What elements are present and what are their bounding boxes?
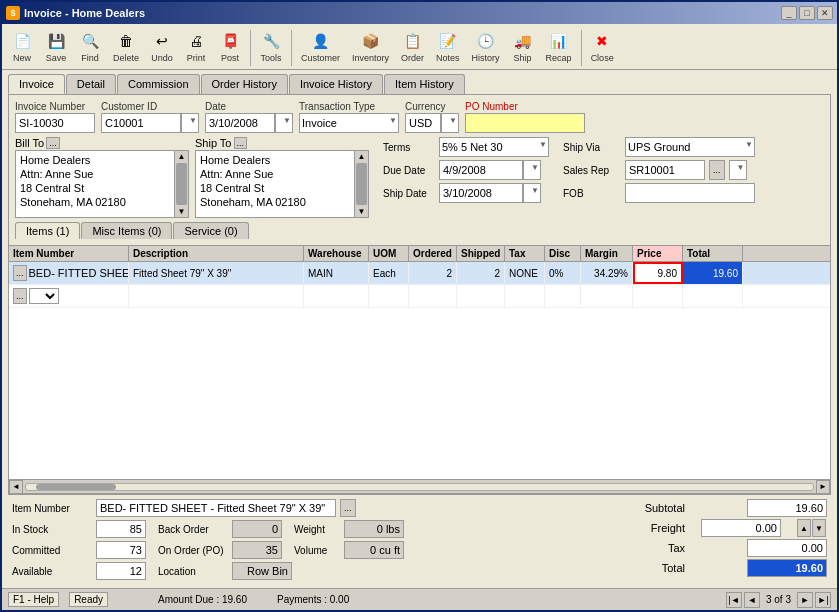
ship-to-scroll-down[interactable]: ▼ — [355, 206, 368, 217]
date-group: Date — [205, 101, 293, 133]
new-label: New — [13, 53, 31, 63]
minimize-button[interactable]: _ — [781, 6, 797, 20]
item-number-bottom-input[interactable] — [96, 499, 336, 517]
date-dropdown[interactable] — [275, 113, 293, 133]
tab-commission[interactable]: Commission — [117, 74, 200, 94]
customer-id-input[interactable] — [101, 113, 181, 133]
inventory-button[interactable]: 📦 Inventory — [347, 27, 394, 66]
print-button[interactable]: 🖨 Print — [180, 27, 212, 66]
close-toolbar-button[interactable]: ✖ Close — [586, 27, 619, 66]
ship-to-scroll-up[interactable]: ▲ — [355, 151, 368, 162]
col-disc: Disc — [545, 246, 581, 261]
grid-hscrollbar[interactable]: ◄ ► — [9, 479, 830, 493]
scroll-left-button[interactable]: ◄ — [9, 480, 23, 494]
history-button[interactable]: 🕒 History — [467, 27, 505, 66]
add-item-button[interactable]: ... — [13, 288, 27, 304]
tools-icon: 🔧 — [260, 30, 282, 52]
close-button[interactable]: ✕ — [817, 6, 833, 20]
on-order-input[interactable] — [232, 541, 282, 559]
delete-button[interactable]: 🗑 Delete — [108, 27, 144, 66]
location-input[interactable] — [232, 562, 292, 580]
new-button[interactable]: 📄 New — [6, 27, 38, 66]
terms-select[interactable]: 5% 5 Net 30 — [439, 137, 549, 157]
col-margin: Margin — [581, 246, 633, 261]
add-item-dropdown[interactable] — [29, 288, 59, 304]
main-window: $ Invoice - Home Dealers _ □ ✕ 📄 New 💾 S… — [0, 0, 839, 612]
bill-to-button[interactable]: ... — [46, 137, 60, 149]
tab-order-history[interactable]: Order History — [201, 74, 288, 94]
tab-invoice-history[interactable]: Invoice History — [289, 74, 383, 94]
committed-row: Committed On Order (PO) Volume — [12, 541, 607, 559]
volume-input[interactable] — [344, 541, 404, 559]
item-select-button[interactable]: ... — [13, 265, 27, 281]
sales-rep-button[interactable]: ... — [709, 160, 725, 180]
ship-button[interactable]: 🚚 Ship — [507, 27, 539, 66]
ship-date-dropdown[interactable] — [523, 183, 541, 203]
customer-button[interactable]: 👤 Customer — [296, 27, 345, 66]
ship-via-select[interactable]: UPS Ground — [625, 137, 755, 157]
nav-prev-button[interactable]: ◄ — [744, 592, 760, 608]
delete-label: Delete — [113, 53, 139, 63]
post-button[interactable]: 📮 Post — [214, 27, 246, 66]
tab-misc-items[interactable]: Misc Items (0) — [81, 222, 172, 239]
hscroll-track[interactable] — [25, 483, 814, 491]
customer-id-dropdown[interactable] — [181, 113, 199, 133]
table-row[interactable]: ... BED- FITTED SHEE Fitted Sheet 79" X … — [9, 262, 830, 285]
in-stock-input[interactable] — [96, 520, 146, 538]
date-input[interactable] — [205, 113, 275, 133]
ship-date-input[interactable] — [439, 183, 523, 203]
committed-input[interactable] — [96, 541, 146, 559]
cell-price: 9.80 — [633, 262, 683, 284]
tab-invoice[interactable]: Invoice — [8, 74, 65, 94]
customer-label: Customer — [301, 53, 340, 63]
po-number-input[interactable] — [465, 113, 585, 133]
volume-label: Volume — [294, 545, 340, 556]
order-button[interactable]: 📋 Order — [396, 27, 429, 66]
freight-down[interactable]: ▼ — [812, 519, 826, 537]
right-fields: Ship Via UPS Ground Sales Rep ... — [563, 137, 824, 203]
due-date-input[interactable] — [439, 160, 523, 180]
bill-to-scroll-up[interactable]: ▲ — [175, 151, 188, 162]
nav-first-button[interactable]: |◄ — [726, 592, 742, 608]
ship-to-button[interactable]: ... — [234, 137, 248, 149]
help-text: F1 - Help — [8, 592, 59, 607]
bill-to-scroll-down[interactable]: ▼ — [175, 206, 188, 217]
maximize-button[interactable]: □ — [799, 6, 815, 20]
cell-disc: 0% — [545, 262, 581, 284]
currency-input[interactable] — [405, 113, 441, 133]
due-date-dropdown[interactable] — [523, 160, 541, 180]
recap-button[interactable]: 📊 Recap — [541, 27, 577, 66]
hscroll-thumb[interactable] — [36, 484, 116, 490]
invoice-number-input[interactable] — [15, 113, 95, 133]
save-button[interactable]: 💾 Save — [40, 27, 72, 66]
delete-icon: 🗑 — [115, 30, 137, 52]
tab-item-history[interactable]: Item History — [384, 74, 465, 94]
find-label: Find — [81, 53, 99, 63]
transaction-type-select[interactable]: Invoice — [299, 113, 399, 133]
undo-button[interactable]: ↩ Undo — [146, 27, 178, 66]
find-button[interactable]: 🔍 Find — [74, 27, 106, 66]
subtotal-label: Subtotal — [615, 502, 685, 514]
po-number-label: PO Number — [465, 101, 585, 112]
back-order-input[interactable] — [232, 520, 282, 538]
currency-dropdown[interactable] — [441, 113, 459, 133]
sales-rep-input[interactable] — [625, 160, 705, 180]
sales-rep-dropdown[interactable] — [729, 160, 747, 180]
scroll-right-button[interactable]: ► — [816, 480, 830, 494]
freight-up[interactable]: ▲ — [797, 519, 811, 537]
post-label: Post — [221, 53, 239, 63]
tab-items[interactable]: Items (1) — [15, 222, 80, 239]
tab-service[interactable]: Service (0) — [173, 222, 248, 239]
freight-value: 0.00 — [701, 519, 781, 537]
tab-detail[interactable]: Detail — [66, 74, 116, 94]
fob-input[interactable] — [625, 183, 755, 203]
nav-last-button[interactable]: ►| — [815, 592, 831, 608]
subtotal-row: Subtotal 19.60 — [615, 499, 827, 517]
weight-input[interactable] — [344, 520, 404, 538]
item-number-browse-button[interactable]: ... — [340, 499, 356, 517]
available-input[interactable] — [96, 562, 146, 580]
cell-uom: Each — [369, 262, 409, 284]
nav-next-button[interactable]: ► — [797, 592, 813, 608]
notes-button[interactable]: 📝 Notes — [431, 27, 465, 66]
tools-button[interactable]: 🔧 Tools — [255, 27, 287, 66]
